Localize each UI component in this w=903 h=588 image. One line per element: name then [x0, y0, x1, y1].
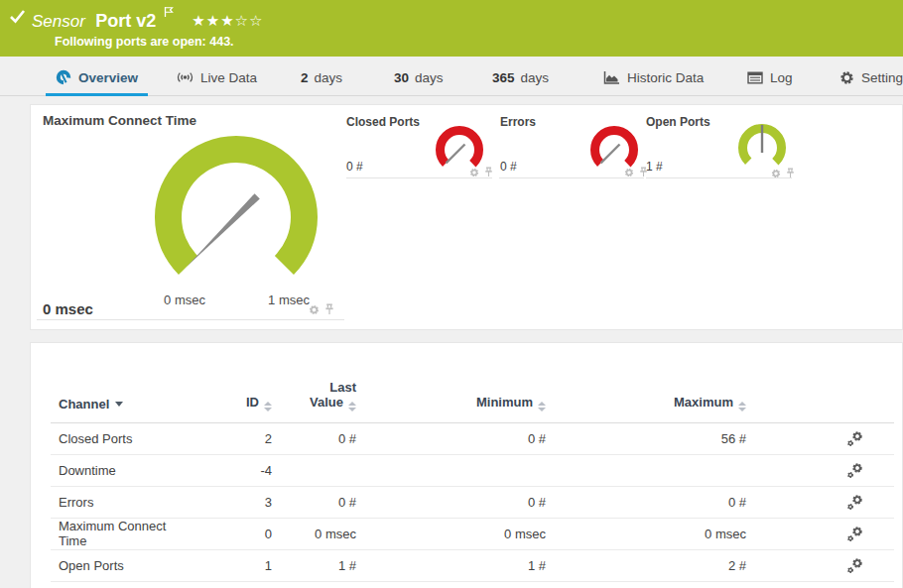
gauge-icon [56, 69, 71, 85]
cell-divider [646, 177, 792, 178]
cell-divider [37, 319, 344, 320]
channel-id: -4 [194, 454, 275, 486]
big-gauge-value: 0 msec [43, 300, 93, 317]
cell-divider [346, 177, 492, 178]
tab-number: 2 [301, 70, 309, 85]
channel-maximum: 56 # [549, 422, 749, 454]
sort-icon [264, 402, 272, 412]
table-row: Closed Ports 2 0 # 0 # 56 # [51, 422, 894, 454]
channel-id: 3 [194, 486, 275, 518]
stars-empty[interactable]: ☆☆ [235, 12, 264, 29]
stars-filled[interactable]: ★★★ [192, 12, 234, 29]
column-header-id[interactable]: ID [194, 343, 275, 422]
gauge-needle [447, 145, 465, 164]
gauge-settings-icon[interactable] [771, 169, 781, 178]
channel-minimum: 0 msec [359, 518, 549, 549]
priority-stars[interactable]: ★★★☆☆ [192, 12, 263, 29]
channel-minimum: 1 # [359, 549, 549, 581]
channel-settings-icon[interactable] [846, 430, 863, 447]
channel-name: Closed Ports [51, 422, 194, 454]
priority-flag-icon[interactable] [164, 6, 174, 18]
pin-icon[interactable] [324, 303, 334, 315]
mini-gauge-value: 1 # [646, 160, 663, 174]
tab-365-days[interactable]: 365 days [482, 61, 559, 96]
sort-desc-icon [115, 402, 123, 407]
tab-label: Settings [861, 70, 903, 85]
mini-gauge-title: Closed Ports [346, 115, 420, 129]
channel-id: 2 [194, 422, 275, 454]
tab-overview[interactable]: Overview [46, 61, 148, 96]
channel-maximum: 2 # [549, 549, 749, 581]
tab-bar: Overview Live Data 2 days 30 days 365 da… [0, 61, 903, 96]
channel-last-value: 0 # [275, 422, 359, 454]
channel-last-value: 1 # [275, 549, 359, 581]
mini-gauge-title: Open Ports [646, 115, 710, 129]
column-header-maximum[interactable]: Maximum [549, 343, 749, 422]
gauge-settings-icon[interactable] [624, 168, 634, 177]
gauge-needle [601, 145, 620, 164]
sort-icon [738, 402, 746, 412]
tab-30-days[interactable]: 30 days [384, 61, 453, 96]
status-ok-check-icon [9, 9, 26, 24]
column-header-channel[interactable]: Channel [51, 343, 194, 422]
channel-name: Open Ports [51, 549, 194, 581]
pin-icon[interactable] [484, 167, 493, 177]
channel-minimum: 0 # [359, 422, 549, 454]
mini-gauge-title: Errors [500, 115, 536, 129]
channel-minimum [359, 454, 549, 486]
table-row: Downtime -4 [51, 454, 894, 486]
sort-icon [348, 402, 356, 412]
sensor-header: Sensor Port v2 ★★★☆☆ Following ports are… [0, 0, 903, 57]
channel-minimum: 0 # [359, 486, 549, 518]
mini-gauge-value: 0 # [346, 160, 363, 174]
channel-last-value: 0 msec [275, 518, 359, 549]
column-header-actions [749, 343, 894, 422]
table-row: Maximum Connect Time 0 0 msec 0 msec 0 m… [51, 518, 894, 549]
channel-maximum: 0 msec [549, 518, 749, 549]
tab-label: days [521, 70, 550, 85]
tab-label: days [415, 70, 444, 85]
sort-icon [538, 402, 546, 412]
tab-live-data[interactable]: Live Data [167, 61, 267, 96]
gauge-scale-min: 0 msec [145, 293, 224, 307]
channel-maximum: 0 # [549, 486, 749, 518]
log-list-icon [747, 71, 763, 84]
channel-id: 0 [194, 518, 275, 549]
table-header-row: Channel ID LastValue Minimum Maximum [51, 343, 894, 422]
tab-label: days [315, 70, 343, 85]
gauge-settings-icon[interactable] [309, 304, 320, 315]
tab-label: Live Data [200, 70, 257, 85]
gauge-needle [188, 193, 260, 266]
column-header-minimum[interactable]: Minimum [359, 343, 549, 422]
sensor-type-label: Sensor [32, 12, 85, 31]
channel-settings-icon[interactable] [846, 557, 863, 574]
channel-maximum [549, 454, 749, 486]
gauges-panel: Maximum Connect Time 0 msec 1 msec 0 mse… [30, 104, 903, 330]
channel-id: 1 [194, 549, 275, 581]
cell-divider [499, 177, 644, 178]
channel-name: Downtime [51, 454, 194, 486]
channel-settings-icon[interactable] [846, 462, 863, 479]
channel-settings-icon[interactable] [846, 526, 863, 542]
channel-last-value: 0 # [275, 486, 359, 518]
tab-number: 30 [394, 70, 409, 85]
maximum-connect-time-gauge [137, 118, 335, 316]
tab-2-days[interactable]: 2 days [291, 61, 352, 96]
channels-table: Channel ID LastValue Minimum Maximum Clo… [51, 343, 894, 582]
tab-label: Log [770, 70, 793, 85]
mini-gauge-value: 0 # [500, 160, 517, 174]
tab-log[interactable]: Log [737, 61, 803, 96]
channel-settings-icon[interactable] [846, 494, 863, 511]
page-title: Port v2 [95, 11, 156, 31]
column-header-last-value[interactable]: LastValue [275, 343, 359, 422]
channels-panel: Channel ID LastValue Minimum Maximum Clo… [30, 342, 903, 588]
tab-label: Overview [78, 70, 138, 85]
sensor-status-message: Following ports are open: 443. [55, 35, 234, 49]
tab-historic-data[interactable]: Historic Data [593, 61, 713, 96]
channel-name: Maximum Connect Time [51, 518, 194, 549]
table-row: Errors 3 0 # 0 # 0 # [51, 486, 894, 518]
gauge-settings-icon[interactable] [469, 168, 479, 177]
table-row: Open Ports 1 1 # 1 # 2 # [51, 549, 894, 581]
tab-label: Historic Data [627, 70, 704, 85]
tab-settings[interactable]: Settings [830, 61, 903, 96]
